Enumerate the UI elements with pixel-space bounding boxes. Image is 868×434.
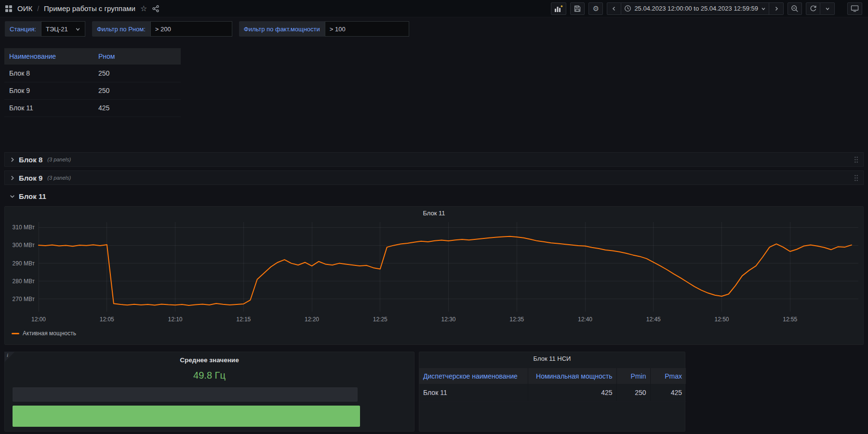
svg-text:310 МВт: 310 МВт (13, 224, 35, 231)
nsi-table: Диспетчерское наименованиеНоминальная мо… (419, 368, 686, 402)
nsi-panel: Блок 11 НСИ Диспетчерское наименованиеНо… (419, 352, 685, 432)
column-header[interactable]: Наименование (4, 48, 93, 65)
variable-station: Станция: ТЭЦ-21 (5, 21, 85, 37)
power-filter-input[interactable] (325, 21, 409, 37)
svg-text:290 МВт: 290 МВт (13, 260, 35, 267)
svg-text:12:50: 12:50 (714, 316, 729, 323)
column-header[interactable]: Номинальная мощность (528, 368, 616, 384)
breadcrumb-separator: / (37, 5, 39, 13)
apps-grid-icon[interactable] (5, 5, 13, 13)
chevron-right-icon (10, 175, 15, 181)
row-group-panel-count: (3 panels) (47, 157, 71, 162)
panel-info-icon[interactable]: i (4, 352, 15, 362)
dashboard-settings-button[interactable]: ⚙ (588, 2, 603, 15)
row-group-title: Блок 9 (19, 174, 42, 182)
save-icon (574, 5, 581, 13)
variable-power-filter: Фильтр по факт.мощности (239, 21, 409, 37)
toolbar: ⚙ 25.04.2023 12:00:00 to 25.04.2023 12:5… (551, 2, 862, 15)
variable-power-label: Фильтр по факт.мощности (239, 21, 325, 37)
table-cell: 425 (650, 384, 686, 401)
panel-title[interactable]: Среднее значение (5, 356, 414, 364)
gauge-bar (13, 406, 360, 427)
row-group-title: Блок 11 (19, 192, 46, 200)
share-icon[interactable] (152, 5, 160, 13)
panel-title[interactable]: Блок 11 (5, 207, 863, 219)
row-group-blok-11[interactable]: Блок 11 (4, 189, 864, 203)
time-range-picker-button[interactable]: 25.04.2023 12:00:00 to 25.04.2023 12:59:… (621, 2, 769, 15)
column-header[interactable]: Диспетчерское наименование (419, 368, 528, 384)
add-panel-button[interactable] (551, 2, 566, 15)
svg-text:12:00: 12:00 (31, 316, 46, 323)
rnom-filter-input[interactable] (150, 21, 232, 37)
panel-title[interactable]: Блок 11 НСИ (419, 352, 685, 365)
svg-text:12:55: 12:55 (783, 316, 797, 323)
table-cell: 425 (528, 384, 616, 401)
time-shift-back-button[interactable] (607, 2, 621, 15)
refresh-interval-dropdown[interactable] (820, 2, 835, 15)
table-header-row: Диспетчерское наименованиеНоминальная мо… (419, 368, 686, 384)
chevron-right-icon (774, 6, 779, 11)
dashboard: ОИК / Пример работы с группами ☆ (0, 0, 868, 434)
svg-text:12:40: 12:40 (578, 316, 592, 323)
column-header[interactable]: Pmin (616, 368, 650, 384)
table-cell: 250 (616, 384, 650, 401)
svg-text:300 МВт: 300 МВт (13, 242, 35, 249)
legend-swatch (12, 333, 19, 334)
svg-text:12:30: 12:30 (441, 316, 455, 323)
star-icon[interactable]: ☆ (140, 5, 147, 13)
svg-text:12:05: 12:05 (100, 316, 114, 323)
refresh-controls (806, 2, 835, 15)
time-shift-forward-button[interactable] (769, 2, 784, 15)
table-cell: Блок 11 (4, 99, 93, 117)
table-row: Блок 11425250425 (419, 384, 686, 401)
chevron-down-icon (10, 194, 15, 199)
variables-row: Станция: ТЭЦ-21 Фильтр по Рном: Фильтр п… (5, 21, 409, 37)
chevron-down-icon (75, 26, 80, 32)
gauge-bar (13, 387, 358, 402)
drag-handle-icon[interactable] (854, 174, 858, 182)
zoom-out-time-button[interactable] (788, 2, 802, 15)
table-header-row: НаименованиеРном (4, 48, 181, 65)
save-dashboard-button[interactable] (570, 2, 585, 15)
chevron-down-icon (825, 6, 830, 11)
column-header[interactable]: Pmax (650, 368, 686, 384)
timeseries-chart[interactable]: 12:0012:0512:1012:1512:2012:2512:3012:35… (5, 219, 863, 328)
chevron-down-icon (761, 6, 766, 11)
refresh-button[interactable] (806, 2, 820, 15)
variable-station-value: ТЭЦ-21 (46, 26, 68, 33)
row-group-blok-9[interactable]: Блок 9 (3 panels) (4, 171, 864, 185)
add-panel-icon (554, 5, 563, 13)
time-range-text: 25.04.2023 12:00:00 to 25.04.2023 12:59:… (634, 5, 758, 12)
column-header[interactable]: Рном (93, 48, 181, 65)
clock-icon (624, 5, 631, 12)
chevron-left-icon (612, 6, 616, 11)
gear-icon: ⚙ (593, 4, 599, 13)
units-summary-table: НаименованиеРном Блок 8250Блок 9250Блок … (4, 48, 181, 117)
avg-value-panel: i Среднее значение 49.8 Гц (4, 352, 414, 432)
timeseries-panel-blok-11: Блок 11 12:0012:0512:1012:1512:2012:2512… (4, 206, 864, 345)
table-cell: Блок 8 (4, 65, 93, 82)
svg-text:280 МВт: 280 МВт (13, 278, 35, 285)
gauge-value: 49.8 Гц (5, 370, 414, 381)
table-row: Блок 8250 (4, 65, 181, 82)
monitor-icon (851, 5, 859, 12)
drag-handle-icon[interactable] (854, 156, 858, 163)
row-group-blok-8[interactable]: Блок 8 (3 panels) (4, 152, 864, 167)
table-cell: 250 (93, 82, 181, 99)
svg-text:12:10: 12:10 (168, 316, 182, 323)
table-row: Блок 11425 (4, 99, 181, 117)
svg-text:12:25: 12:25 (373, 316, 387, 323)
legend-label[interactable]: Активная мощность (23, 330, 76, 337)
top-navbar: ОИК / Пример работы с группами ☆ (0, 0, 868, 17)
refresh-icon (810, 5, 817, 12)
tv-mode-button[interactable] (847, 2, 862, 15)
chevron-right-icon (10, 157, 15, 162)
zoom-out-icon (791, 5, 799, 13)
breadcrumb-folder[interactable]: ОИК (17, 4, 32, 13)
variable-station-select[interactable]: ТЭЦ-21 (41, 21, 85, 37)
svg-text:12:35: 12:35 (509, 316, 524, 323)
table-cell: Блок 11 (419, 384, 528, 401)
dashboard-title: Пример работы с группами (44, 4, 135, 13)
row-group-panel-count: (3 panels) (47, 175, 71, 181)
table-row: Блок 9250 (4, 82, 181, 99)
